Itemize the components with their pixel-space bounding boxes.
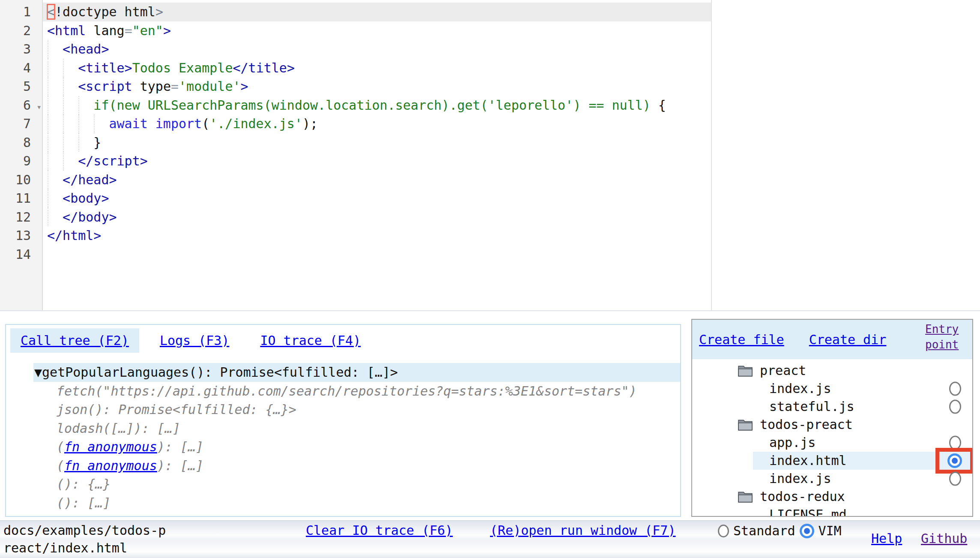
file-name[interactable]: app.js [769,434,816,452]
code-line-10[interactable]: 10</head> [0,171,980,189]
code-line-content[interactable]: await import('./index.js'); [43,114,711,133]
fn-anonymous-link[interactable]: fn anonymous [64,514,157,517]
file-name[interactable]: index.js [769,380,831,398]
keybinding-radio-vim[interactable] [800,524,814,538]
call-tree-row[interactable]: lodash([…]): […] [33,419,680,438]
folder-row-preact[interactable]: preact [692,362,972,380]
clear-io-trace-label[interactable]: Clear IO trace (F6) [306,522,434,539]
github-link[interactable]: Github [921,531,967,546]
tab-logs-f3-[interactable]: Logs (F3) [149,328,240,353]
entry-point-radio[interactable] [949,472,961,486]
code-token [132,79,140,94]
code-line-content[interactable]: <html lang="en"> [43,21,711,40]
clear-io-trace-button[interactable]: Clear IO trace (F6) [306,522,434,539]
code-line-content[interactable]: </head> [43,171,711,189]
code-token: </body> [63,210,117,225]
code-line-content[interactable]: </body> [43,208,711,227]
code-line-content[interactable]: </script> [43,152,711,171]
tab-call-tree-f2-[interactable]: Call tree (F2) [10,328,139,353]
call-row-text: getPopularLanguages(): Promise<fulfilled… [42,365,398,380]
code-line-4[interactable]: 4<title>Todos Example</title> [0,59,980,78]
help-link[interactable]: Help [871,531,902,546]
folder-name[interactable]: todos-preact [760,416,853,434]
code-line-content[interactable]: <title>Todos Example</title> [43,59,711,78]
code-token: > [163,23,171,38]
code-line-content[interactable]: <script type='module'> [43,77,711,96]
line-number-text: 13 [15,226,31,245]
call-tree-row[interactable]: ▼getPopularLanguages(): Promise<fulfille… [33,363,680,382]
line-number: 14 [0,245,43,264]
create-file-button[interactable]: Create file [699,332,784,347]
code-line-11[interactable]: 11<body> [0,189,980,208]
code-line-content[interactable] [43,245,711,264]
keybinding-label-standard[interactable]: Standard [733,522,795,540]
code-line-8[interactable]: 8} [0,133,980,152]
folder-row-todos-redux[interactable]: todos-redux [692,488,972,506]
code-line-7[interactable]: 7await import('./index.js'); [0,114,980,133]
fn-anonymous-link[interactable]: fn anonymous [64,458,157,473]
call-tree-row[interactable]: (fn anonymous): […] [33,512,680,517]
entry-point-radio[interactable] [949,400,961,414]
indent-guide [78,114,93,133]
code-editor[interactable]: 1<!doctype html>2<html lang="en">3<head>… [0,0,980,311]
call-tree-row[interactable]: (fn anonymous): […] [33,456,680,475]
code-line-content[interactable]: if(new URLSearchParams(window.location.s… [43,96,711,115]
file-row-index-html[interactable]: index.html [692,452,972,470]
indent-guide [63,114,78,133]
line-number: 7 [0,114,43,133]
code-line-13[interactable]: 13</html> [0,226,980,245]
call-tree-row[interactable]: (fn anonymous): […] [33,438,680,456]
file-row-app-js[interactable]: app.js [692,434,972,452]
code-line-content[interactable]: <head> [43,40,711,59]
code-token: ); [302,116,318,131]
reopen-run-window-button[interactable]: (Re)open run window (F7) [490,522,661,539]
fold-arrow-icon[interactable]: ▾ [37,98,42,117]
line-number: 1 [0,3,43,21]
expand-triangle-icon[interactable]: ▼ [34,365,42,380]
call-tree-panel: Call tree (F2)Logs (F3)IO trace (F4) ▼ge… [5,324,681,517]
entry-point-link[interactable]: Entry point [925,321,969,352]
code-line-6[interactable]: 6▾if(new URLSearchParams(window.location… [0,96,980,115]
file-row-index-js[interactable]: index.js [692,470,972,488]
code-line-3[interactable]: 3<head> [0,40,980,59]
code-line-content[interactable]: } [43,133,711,152]
indent-guide [47,152,63,171]
code-line-12[interactable]: 12</body> [0,208,980,227]
code-line-5[interactable]: 5<script type='module'> [0,77,980,96]
entry-point-radio[interactable] [949,382,961,396]
call-tree-row[interactable]: json(): Promise<fulfilled: {…}> [33,400,680,419]
tab-io-trace-f4-[interactable]: IO trace (F4) [250,328,371,353]
folder-name[interactable]: todos-redux [760,488,845,506]
entry-point-radio[interactable] [947,453,962,468]
call-tree-rows: ▼getPopularLanguages(): Promise<fulfille… [6,363,680,517]
code-line-14[interactable]: 14 [0,245,980,264]
file-name[interactable]: index.js [769,470,831,488]
file-name[interactable]: LICENSE.md [769,506,847,517]
file-name[interactable]: stateful.js [769,398,855,416]
call-row-text: fetch("https://api.github.com/search/rep… [57,384,637,399]
code-line-9[interactable]: 9</script> [0,152,980,171]
keybinding-radio-standard[interactable] [718,525,729,537]
code-token [86,23,93,38]
code-line-content[interactable]: <body> [43,189,711,208]
file-row-stateful-js[interactable]: stateful.js [692,398,972,416]
reopen-run-window-label[interactable]: (Re)open run window (F7) [490,522,661,539]
line-number-text: 6 [23,96,31,115]
file-name[interactable]: index.html [769,452,847,470]
call-tree-row[interactable]: (): {…} [33,475,680,494]
file-row-index-js[interactable]: index.js [692,380,972,398]
folder-row-todos-preact[interactable]: todos-preact [692,416,972,434]
code-line-2[interactable]: 2<html lang="en"> [0,21,980,40]
fn-anonymous-link[interactable]: fn anonymous [64,439,157,454]
code-line-content[interactable]: <!doctype html> [43,3,711,21]
folder-name[interactable]: preact [760,362,806,380]
call-row-text: ): […] [157,458,203,473]
file-panel: Create file Create dir Entry point preac… [691,319,973,517]
call-tree-row[interactable]: fetch("https://api.github.com/search/rep… [33,382,680,401]
file-row-license-md[interactable]: LICENSE.md [692,506,972,517]
code-line-content[interactable]: </html> [43,226,711,245]
code-line-1[interactable]: 1<!doctype html> [0,3,980,21]
call-tree-row[interactable]: (): […] [33,494,680,513]
keybinding-label-vim[interactable]: VIM [819,522,842,540]
create-dir-button[interactable]: Create dir [809,332,887,347]
